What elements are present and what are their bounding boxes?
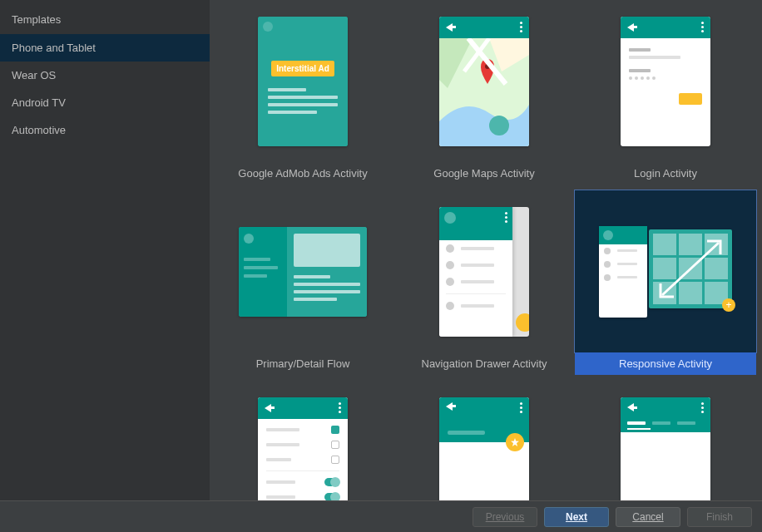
template-gallery: Interstitial Ad Google AdMob Ads Activit…	[210, 0, 762, 500]
fab-star-icon	[506, 433, 524, 451]
template-label: Google Maps Activity	[433, 162, 534, 190]
back-icon	[446, 402, 453, 411]
template-primary-detail[interactable]: Primary/Detail Flow	[212, 190, 393, 381]
svg-marker-8	[511, 438, 519, 446]
template-label: Login Activity	[634, 162, 697, 190]
svg-point-3	[489, 116, 509, 135]
overflow-icon	[339, 402, 341, 413]
overflow-icon	[520, 22, 522, 32]
map-icon	[439, 38, 529, 146]
wizard-button-bar: Previous Next Cancel Finish	[0, 500, 762, 532]
overflow-icon	[520, 402, 522, 413]
interstitial-ad-badge: Interstitial Ad	[271, 61, 334, 76]
overflow-icon	[701, 402, 704, 413]
template-responsive[interactable]: + Responsive Activity	[575, 190, 756, 381]
switch-icon	[324, 478, 339, 486]
template-admob[interactable]: Interstitial Ad Google AdMob Ads Activit…	[212, 0, 393, 190]
next-button[interactable]: Next	[544, 507, 609, 527]
checkbox-icon	[331, 441, 339, 449]
sidebar: Templates Phone and Tablet Wear OS Andro…	[0, 0, 210, 500]
template-label: Navigation Drawer Activity	[422, 352, 547, 381]
sidebar-item-android-tv[interactable]: Android TV	[0, 89, 210, 116]
template-settings[interactable]	[212, 381, 393, 500]
sidebar-item-phone-tablet[interactable]: Phone and Tablet	[0, 34, 210, 62]
back-icon	[627, 23, 634, 32]
checkbox-icon	[331, 456, 339, 464]
resize-arrow-icon	[656, 236, 725, 302]
template-label: Primary/Detail Flow	[256, 352, 350, 381]
template-maps[interactable]: Google Maps Activity	[393, 0, 575, 190]
overflow-icon	[701, 22, 704, 32]
back-icon	[627, 403, 634, 411]
cancel-button[interactable]: Cancel	[616, 507, 680, 527]
login-button-icon	[679, 93, 702, 105]
overflow-icon	[505, 212, 507, 223]
back-icon	[265, 404, 271, 412]
checkbox-icon	[331, 426, 339, 434]
fab-icon: +	[722, 298, 735, 312]
template-login[interactable]: Login Activity	[575, 0, 756, 190]
previous-button[interactable]: Previous	[473, 507, 537, 527]
svg-line-7	[662, 243, 719, 295]
template-label: Google AdMob Ads Activity	[238, 162, 367, 190]
template-scrolling[interactable]	[393, 381, 575, 500]
template-tabbed[interactable]	[575, 381, 756, 500]
finish-button[interactable]: Finish	[687, 507, 752, 527]
sidebar-title: Templates	[0, 0, 210, 34]
back-icon	[446, 23, 453, 32]
template-label: Responsive Activity	[575, 352, 756, 375]
switch-icon	[324, 493, 339, 501]
sidebar-item-automotive[interactable]: Automotive	[0, 116, 210, 144]
fab-icon	[516, 313, 529, 332]
template-nav-drawer[interactable]: Navigation Drawer Activity	[393, 190, 575, 381]
sidebar-item-wear-os[interactable]: Wear OS	[0, 62, 210, 89]
